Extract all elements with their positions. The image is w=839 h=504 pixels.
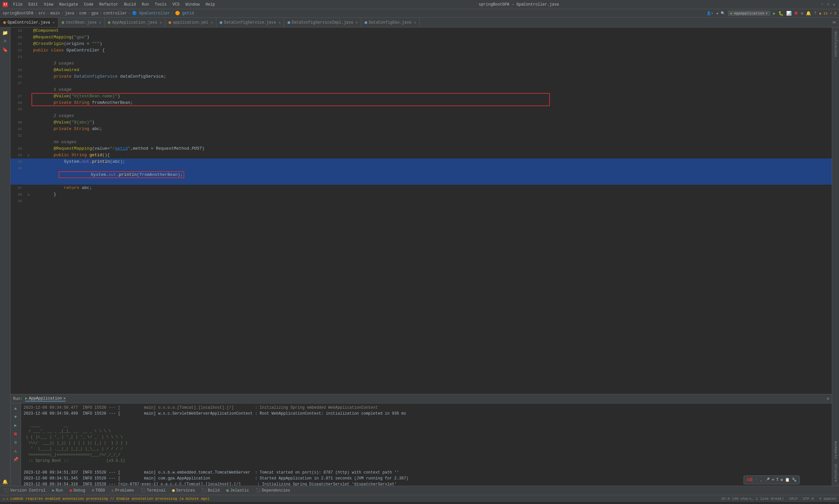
ime-extra1[interactable]: 📋: [785, 478, 790, 482]
sidebar-bookmarks-icon[interactable]: 🔖: [1, 46, 9, 54]
scroll-up-btn[interactable]: ▲: [12, 405, 19, 412]
menu-file[interactable]: File: [11, 2, 25, 7]
stop-button[interactable]: ⏹: [794, 11, 798, 16]
tab-data-config-dao[interactable]: DataConfigDao.java ✕: [361, 18, 420, 27]
build-btn[interactable]: ⬛ Build: [200, 487, 221, 493]
menu-code[interactable]: Code: [81, 2, 96, 7]
todo-btn[interactable]: ≡ TODO: [90, 488, 106, 493]
tab-application-yml[interactable]: application.yml ✕: [165, 18, 217, 27]
tab-test-bean[interactable]: testBean.java ✕: [58, 18, 105, 27]
tab-gpa-controller[interactable]: GpaController.java ✕: [0, 18, 58, 27]
coverage-button[interactable]: 📊: [786, 11, 791, 16]
maximize-button[interactable]: □: [826, 2, 831, 7]
tab-data-config-service-impl[interactable]: DataConfigServiceImpl.java ✕: [284, 18, 361, 27]
right-sidebar-bookmarks[interactable]: Bookmarks: [833, 438, 838, 462]
breadcrumb-project[interactable]: springBootGPA: [3, 11, 33, 16]
tab-close[interactable]: ✕: [160, 21, 161, 24]
menu-build[interactable]: Build: [121, 2, 138, 7]
log-line-spring-banner: ____ __ / ___'_ __ _ _(_)_ __ __ _ \ \ \…: [23, 417, 829, 470]
tab-close[interactable]: ✕: [99, 21, 101, 24]
run-btn[interactable]: ▶ Run: [51, 487, 64, 493]
ime-keyboard[interactable]: ⌨: [772, 478, 774, 482]
sidebar-structure-icon[interactable]: ≡: [1, 37, 9, 45]
run-output[interactable]: 2023-12-08 09:34:50.477 INFO 15520 --- […: [21, 403, 832, 486]
stop-run-btn[interactable]: ⏹: [12, 430, 19, 437]
terminal-btn[interactable]: ⬛ Terminal: [139, 487, 167, 493]
nav-bar: springBootGPA › src › main › java › com …: [0, 9, 839, 18]
menu-view[interactable]: View: [41, 2, 56, 7]
dependencies-btn[interactable]: ⬛ Dependencies: [254, 487, 291, 493]
breadcrumb-gpa[interactable]: gpa: [91, 11, 98, 16]
tab-data-config-service[interactable]: DataConfigService.java ✕: [217, 18, 284, 27]
tab-close[interactable]: ✕: [414, 21, 416, 24]
run-tab-close[interactable]: ✕: [63, 396, 66, 401]
run-tab-label: AppApplication: [29, 396, 62, 401]
services-btn[interactable]: Services: [171, 488, 196, 493]
tab-close[interactable]: ✕: [356, 21, 358, 24]
settings-run-btn[interactable]: ⚙: [12, 439, 19, 446]
sidebar-project-icon[interactable]: 📁: [1, 29, 9, 37]
settings-button[interactable]: ⚙: [801, 11, 804, 16]
right-sidebar: Notifications Bookmarks Structure: [832, 28, 839, 486]
menu-refactor[interactable]: Refactor: [97, 2, 121, 7]
debug-button[interactable]: 🐛: [778, 11, 784, 16]
services-label: Services: [176, 488, 195, 493]
ime-separator: ·: [755, 478, 757, 482]
menu-navigate[interactable]: Navigate: [56, 2, 81, 7]
right-sidebar-structure[interactable]: Structure: [833, 462, 838, 484]
profile-icon[interactable]: 👤▾: [706, 11, 714, 15]
tab-label: AppApplication.java: [112, 20, 157, 25]
close-button[interactable]: ✕: [832, 2, 836, 7]
breadcrumb-main[interactable]: main: [51, 11, 60, 16]
help-icon[interactable]: ?: [814, 11, 816, 16]
run-button[interactable]: ▶: [773, 11, 776, 16]
ime-settings[interactable]: ⚙: [781, 478, 783, 482]
back-icon[interactable]: ◀: [716, 11, 718, 15]
code-line-1usage-hint: 1 usage: [11, 87, 832, 93]
code-line-26: 26 private DataConfigService dataConfigS…: [11, 73, 832, 80]
code-editor[interactable]: 19 @Component 20 @RequestMapping("gpa") …: [11, 28, 832, 394]
debug-btn[interactable]: Debug: [68, 488, 87, 493]
run-settings-icon[interactable]: ⚙: [827, 396, 829, 401]
breadcrumb-java[interactable]: java: [65, 11, 74, 16]
sidebar-notifications-icon[interactable]: 🔔: [1, 478, 9, 486]
code-line-31: 31 private String abc;: [11, 126, 832, 132]
minimize-button[interactable]: ─: [820, 2, 825, 7]
tab-close[interactable]: ✕: [279, 21, 281, 24]
ime-extra2[interactable]: 🔧: [792, 478, 797, 482]
menu-help[interactable]: Help: [203, 2, 218, 7]
menu-tools[interactable]: Tools: [152, 2, 169, 7]
tab-app-application[interactable]: AppApplication.java ✕: [105, 18, 165, 27]
code-line-29: 29: [11, 106, 832, 113]
tab-close[interactable]: ✕: [211, 21, 213, 24]
code-line-32: 32: [11, 132, 832, 139]
ime-translate[interactable]: T: [776, 478, 779, 482]
menu-run[interactable]: Run: [139, 2, 152, 7]
search-icon[interactable]: 🔍: [721, 11, 725, 15]
breadcrumb-controller[interactable]: controller: [103, 11, 127, 16]
scroll-down-btn[interactable]: ▼: [12, 413, 19, 420]
breadcrumb-method[interactable]: 🟠 getid: [175, 11, 194, 16]
notification-icon[interactable]: 🔔: [806, 11, 811, 16]
breadcrumb-class[interactable]: 🔵 GpaController: [132, 11, 170, 16]
more-tabs-button[interactable]: ≫: [829, 18, 839, 27]
version-control-btn[interactable]: ⬛ Version Control: [3, 487, 47, 493]
run-tab-app[interactable]: ▶ AppApplication ✕: [25, 396, 66, 401]
run-again-btn[interactable]: ▶: [12, 422, 19, 429]
log-line: 2023-12-08 09:34:51.345 INFO 15520 --- […: [23, 475, 829, 481]
breadcrumb-src[interactable]: src: [38, 11, 46, 16]
pin-btn[interactable]: 📌: [12, 456, 19, 463]
dependencies-label: Dependencies: [262, 488, 290, 493]
menu-edit[interactable]: Edit: [26, 2, 41, 7]
ime-mic[interactable]: 🎤: [765, 478, 770, 482]
menu-window[interactable]: Window: [183, 2, 202, 7]
breadcrumb-com[interactable]: com: [79, 11, 87, 16]
run-configuration[interactable]: ▶ AppApplication ▾: [728, 11, 770, 16]
tab-close[interactable]: ✕: [53, 21, 55, 24]
jelastic-btn[interactable]: Jelastic: [225, 488, 251, 493]
warning-run-btn[interactable]: ⚠: [12, 447, 19, 454]
menu-vcs[interactable]: VCS: [170, 2, 182, 7]
right-sidebar-notifications[interactable]: Notifications: [833, 29, 838, 59]
problems-btn[interactable]: ⚠ Problems: [110, 487, 135, 493]
log-line: 2023-12-08 09:34:51.337 INFO 15520 --- […: [23, 470, 829, 475]
